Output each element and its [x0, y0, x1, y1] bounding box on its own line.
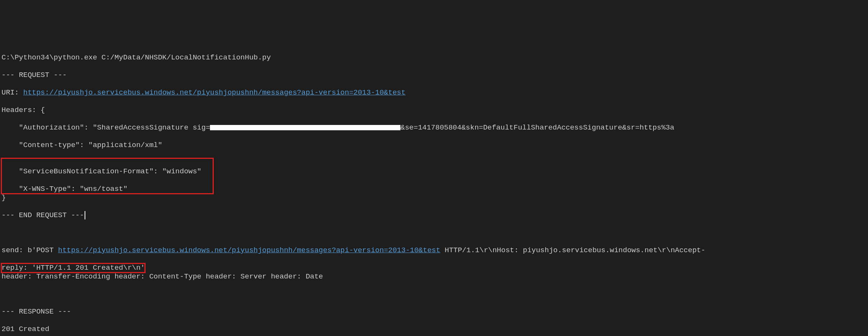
auth-prefix: "Authorization": "SharedAccessSignature …	[2, 123, 210, 132]
end-request-text: --- END REQUEST ---	[2, 211, 84, 219]
request-end-marker: --- END REQUEST ---	[2, 211, 868, 220]
headers-open: Headers: {	[2, 106, 868, 115]
response-start-marker: --- RESPONSE ---	[2, 307, 868, 316]
send-suffix: HTTP/1.1\r\nHost: piyushjo.servicebus.wi…	[440, 246, 706, 254]
header-summary-line: header: Transfer-Encoding header: Conten…	[2, 272, 868, 281]
request-uri-link[interactable]: https://piyushjo.servicebus.windows.net/…	[23, 88, 405, 97]
request-start-marker: --- REQUEST ---	[2, 71, 868, 80]
header-authorization: "Authorization": "SharedAccessSignature …	[2, 123, 868, 132]
terminal-output[interactable]: C:\Python34\python.exe C:/MyData/NHSDK/L…	[0, 44, 868, 336]
command-line: C:\Python34\python.exe C:/MyData/NHSDK/L…	[2, 53, 868, 62]
header-content-type: "Content-type": "application/xml"	[2, 141, 868, 150]
text-cursor	[85, 211, 85, 219]
uri-label: URI:	[2, 88, 23, 97]
auth-suffix: &se=1417805804&skn=DefaultFullSharedAcce…	[400, 123, 674, 132]
reply-line: reply: 'HTTP/1.1 201 Created\r\n'	[2, 264, 145, 272]
send-prefix: send: b'POST	[2, 246, 58, 254]
send-line: send: b'POST https://piyushjo.servicebus…	[2, 246, 868, 255]
highlighted-headers-box: "ServiceBusNotification-Format": "window…	[2, 158, 213, 194]
blank-line-1	[2, 229, 868, 237]
header-x-wns-type: "X-WNS-Type": "wns/toast"	[2, 185, 202, 194]
headers-close: }	[2, 194, 868, 202]
send-url-link[interactable]: https://piyushjo.servicebus.windows.net/…	[58, 246, 440, 254]
response-status: 201 Created	[2, 325, 868, 334]
header-sbn-format: "ServiceBusNotification-Format": "window…	[2, 167, 202, 176]
blank-line-2	[2, 290, 868, 299]
highlighted-reply-box: reply: 'HTTP/1.1 201 Created\r\n'	[2, 264, 145, 272]
redacted-signature	[210, 125, 400, 130]
request-uri-line: URI: https://piyushjo.servicebus.windows…	[2, 88, 868, 97]
